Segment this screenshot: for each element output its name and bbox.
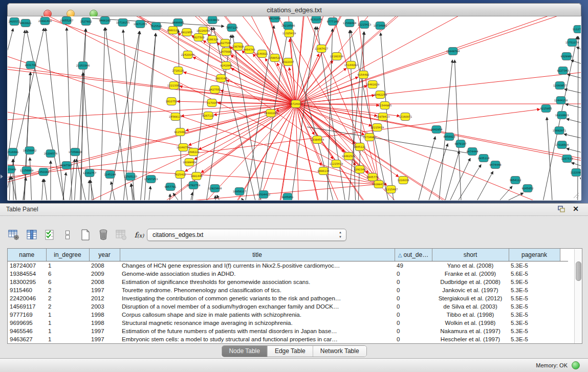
table-cell[interactable]: 2003 bbox=[89, 302, 120, 311]
network-node-label: 8267110 bbox=[202, 114, 214, 117]
table-cell[interactable]: 1 bbox=[46, 311, 89, 319]
table-cell[interactable]: 0 bbox=[395, 286, 432, 294]
table-cell[interactable]: 9465546 bbox=[8, 327, 46, 335]
tab-edge-table[interactable]: Edge Table bbox=[268, 346, 313, 357]
column-header-year[interactable]: year bbox=[89, 249, 120, 261]
table-cell[interactable]: 1 bbox=[46, 335, 89, 343]
table-cell[interactable]: 5.9E-5 bbox=[509, 278, 560, 286]
function-builder-icon[interactable]: f(x) bbox=[133, 228, 146, 242]
table-cell[interactable]: 49 bbox=[395, 261, 432, 270]
tab-network-table[interactable]: Network Table bbox=[313, 346, 366, 357]
table-cell[interactable]: Hescheler et al. (1997) bbox=[432, 335, 509, 343]
table-cell[interactable]: 9115460 bbox=[8, 286, 46, 294]
table-cell[interactable]: 1 bbox=[46, 261, 89, 270]
table-cell[interactable]: Tibbo et al. (1998) bbox=[432, 311, 509, 319]
table-cell[interactable]: 0 bbox=[395, 327, 432, 335]
table-cell[interactable]: Investigating the contribution of common… bbox=[120, 294, 395, 302]
table-cell[interactable]: 5.5E-5 bbox=[509, 294, 560, 302]
table-cell[interactable]: 1997 bbox=[89, 286, 120, 294]
table-cell-filler bbox=[560, 302, 568, 311]
column-header-short[interactable]: short bbox=[432, 249, 509, 261]
table-cell[interactable]: Disruption of a novel member of a sodium… bbox=[120, 302, 395, 311]
table-cell[interactable]: Jankovic et al. (1997) bbox=[432, 286, 509, 294]
table-cell[interactable]: Changes of HCN gene expression and I(f) … bbox=[120, 261, 395, 270]
column-header-name[interactable]: name bbox=[8, 249, 46, 261]
table-cell[interactable]: Embryonic stem cells: a model to study s… bbox=[120, 335, 395, 343]
table-cell[interactable]: Estimation of significance thresholds fo… bbox=[120, 278, 395, 286]
delete-attribute-icon[interactable] bbox=[97, 228, 110, 242]
table-cell[interactable]: 14569117 bbox=[8, 302, 46, 311]
table-cell[interactable]: Estimation of the future numbers of pati… bbox=[120, 327, 395, 335]
table-cell[interactable]: 18300295 bbox=[8, 278, 46, 286]
network-canvas[interactable]: 2405572946362120691406106552871527602846… bbox=[8, 16, 581, 200]
table-cell[interactable]: 5.3E-5 bbox=[509, 261, 560, 270]
table-cell[interactable]: 2008 bbox=[89, 278, 120, 286]
table-cell[interactable]: 22420046 bbox=[8, 294, 46, 302]
select-columns-icon[interactable] bbox=[43, 228, 56, 242]
table-cell[interactable]: 9463627 bbox=[8, 335, 46, 343]
table-cell[interactable]: 6 bbox=[46, 270, 89, 278]
table-cell[interactable]: Dudbridge et al. (2008) bbox=[432, 278, 509, 286]
table-cell[interactable]: 1998 bbox=[89, 319, 120, 327]
panel-collapse-arrow-icon[interactable] bbox=[1, 174, 3, 179]
table-cell[interactable]: 18724007 bbox=[8, 261, 46, 270]
table-cell[interactable]: 1997 bbox=[89, 327, 120, 335]
table-cell[interactable]: 1 bbox=[46, 319, 89, 327]
memory-status-indicator[interactable] bbox=[572, 361, 580, 369]
table-cell[interactable]: 5.3E-5 bbox=[509, 335, 560, 343]
table-cell[interactable]: 0 bbox=[395, 270, 432, 278]
table-cell[interactable]: 0 bbox=[395, 311, 432, 319]
table-cell[interactable]: 0 bbox=[395, 335, 432, 343]
window-titlebar[interactable]: citations_edges.txt bbox=[7, 3, 581, 16]
window-resize-grip[interactable] bbox=[572, 191, 579, 199]
close-icon[interactable]: ✕ bbox=[573, 205, 579, 213]
table-cell[interactable]: 2 bbox=[46, 294, 89, 302]
table-cell[interactable]: Wolkin et al. (1998) bbox=[432, 319, 509, 327]
table-cell[interactable]: 5.3E-5 bbox=[509, 327, 560, 335]
table-cell[interactable]: 1998 bbox=[89, 311, 120, 319]
row-height-icon[interactable] bbox=[61, 228, 74, 242]
table-cell[interactable]: Genome-wide association studies in ADHD. bbox=[120, 270, 395, 278]
table-cell[interactable]: 9777169 bbox=[8, 311, 46, 319]
table-cell[interactable]: Tourette syndrome. Phenomenology and cla… bbox=[120, 286, 395, 294]
table-cell[interactable]: 0 bbox=[395, 278, 432, 286]
table-selector-dropdown[interactable]: citations_edges.txt ▲▼ bbox=[147, 229, 346, 241]
table-cell[interactable]: 6 bbox=[46, 278, 89, 286]
table-cell[interactable]: 19384554 bbox=[8, 270, 46, 278]
table-cell[interactable]: 1997 bbox=[89, 335, 120, 343]
column-header-pagerank[interactable]: pagerank bbox=[509, 249, 560, 261]
table-cell[interactable]: 0 bbox=[395, 302, 432, 311]
table-cell[interactable]: 5.3E-5 bbox=[509, 311, 560, 319]
table-cell[interactable]: 5.6E-5 bbox=[509, 270, 560, 278]
table-cell[interactable]: Corpus callosum shape and size in male p… bbox=[120, 311, 395, 319]
table-cell[interactable]: 0 bbox=[395, 294, 432, 302]
table-cell[interactable]: Yano et al. (2008) bbox=[432, 261, 509, 270]
table-scrollbar[interactable] bbox=[574, 249, 581, 343]
float-window-icon[interactable] bbox=[558, 206, 565, 213]
table-cell[interactable]: Structural magnetic resonance image aver… bbox=[120, 319, 395, 327]
table-cell[interactable]: 2008 bbox=[89, 261, 120, 270]
column-header-in_degree[interactable]: in_degree bbox=[46, 249, 89, 261]
column-header-out_de[interactable]: △out_de… bbox=[395, 249, 432, 261]
table-cell[interactable]: 9699695 bbox=[8, 319, 46, 327]
table-cell[interactable]: Nakamura et al. (1997) bbox=[432, 327, 509, 335]
network-graph[interactable]: 2405572946362120691406106552871527602846… bbox=[8, 16, 581, 200]
table-cell[interactable]: 2 bbox=[46, 286, 89, 294]
table-cell[interactable]: 5.3E-5 bbox=[509, 286, 560, 294]
column-header-title[interactable]: title bbox=[120, 249, 395, 261]
table-cell[interactable]: Stergiakouli et al. (2012) bbox=[432, 294, 509, 302]
table-cell[interactable]: 1 bbox=[46, 327, 89, 335]
table-cell[interactable]: 2 bbox=[46, 302, 89, 311]
table-cell[interactable]: 5.3E-5 bbox=[509, 319, 560, 327]
table-cell[interactable]: 5.3E-5 bbox=[509, 302, 560, 311]
table-cell[interactable]: Franke et al. (2009) bbox=[432, 270, 509, 278]
new-attribute-icon[interactable] bbox=[79, 228, 92, 242]
table-scrollbar-thumb[interactable] bbox=[576, 261, 581, 281]
table-cell[interactable]: 2012 bbox=[89, 294, 120, 302]
tab-node-table[interactable]: Node Table bbox=[222, 346, 268, 357]
table-cell[interactable]: de Silva et al. (2003) bbox=[432, 302, 509, 311]
column-visibility-icon[interactable] bbox=[25, 228, 38, 242]
table-cell[interactable]: 2009 bbox=[89, 270, 120, 278]
table-cell[interactable]: 0 bbox=[395, 319, 432, 327]
table-settings-icon[interactable] bbox=[7, 228, 20, 242]
